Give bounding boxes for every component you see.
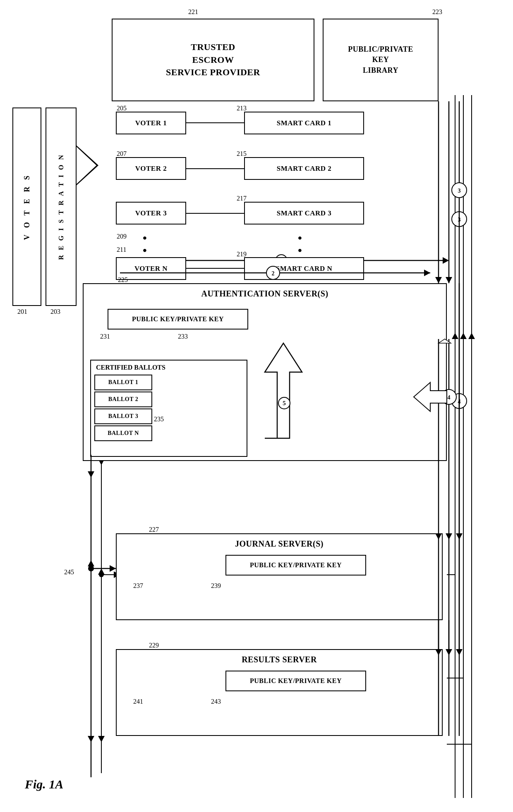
label-227: 227 [149, 526, 159, 533]
svg-marker-45 [446, 277, 452, 283]
label-205: 205 [117, 105, 127, 112]
svg-marker-19 [98, 568, 105, 575]
svg-marker-36 [88, 560, 94, 566]
ballot3-box: BALLOT 3 [94, 408, 152, 424]
registration-box: R E G I S T R A T I O N [46, 107, 77, 306]
label-207: 207 [117, 150, 127, 158]
registration-label: R E G I S T R A T I O N [58, 153, 65, 260]
smart-cardN-box: SMART CARD N [244, 257, 364, 280]
svg-marker-66 [424, 270, 430, 276]
svg-marker-54 [456, 533, 463, 540]
label-241: 241 [133, 698, 143, 705]
auth-pubkey-label: PUBLIC KEY/PRIVATE KEY [132, 315, 224, 323]
certified-ballots-title: CERTIFIED BALLOTS [96, 364, 243, 371]
label-243: 243 [211, 698, 221, 705]
label-239: 239 [211, 582, 221, 590]
voter2-box: VOTER 2 [116, 157, 186, 180]
voterN-label: VOTER N [134, 265, 168, 273]
svg-point-23 [99, 572, 104, 577]
certified-ballots-section: CERTIFIED BALLOTS BALLOT 1 BALLOT 2 BALL… [90, 360, 247, 457]
svg-marker-53 [446, 533, 452, 540]
label-209: 209 [117, 233, 127, 240]
voter1-label: VOTER 1 [135, 119, 167, 127]
smart-card2-label: SMART CARD 2 [277, 165, 332, 173]
label-237: 237 [133, 582, 143, 590]
svg-point-10 [452, 212, 467, 227]
label-233: 233 [178, 333, 188, 340]
svg-marker-44 [435, 277, 442, 283]
label-217: 217 [237, 195, 247, 202]
svg-text:4: 4 [448, 394, 451, 401]
trusted-escrow-label: TRUSTED ESCROW SERVICE PROVIDER [166, 41, 260, 79]
label-229: 229 [149, 642, 159, 649]
label-235: 235 [154, 416, 164, 423]
key-library-label: PUBLIC/PRIVATE KEY LIBRARY [348, 44, 413, 76]
label-213: 213 [237, 105, 247, 112]
svg-marker-7 [452, 333, 458, 339]
ballotN-box: BALLOT N [94, 425, 152, 441]
label-203: 203 [50, 308, 60, 315]
auth-server-title: AUTHENTICATION SERVER(S) [91, 289, 439, 299]
ballot1-box: BALLOT 1 [94, 375, 152, 390]
svg-marker-37 [88, 736, 94, 742]
svg-marker-39 [110, 565, 116, 572]
registration-arrow-inner [77, 147, 96, 184]
label-225: 225 [118, 276, 128, 284]
svg-text:4: 4 [458, 399, 461, 405]
voter3-label: VOTER 3 [135, 209, 167, 217]
label-221: 221 [188, 8, 198, 16]
svg-marker-8 [460, 333, 467, 339]
voter3-box: VOTER 3 [116, 202, 186, 224]
voters-box: V O T E R S [12, 107, 41, 306]
svg-marker-58 [446, 649, 452, 655]
label-231: 231 [100, 333, 110, 340]
voter1-box: VOTER 1 [116, 112, 186, 134]
diagram: 2 3 4 [0, 0, 513, 812]
label-245: 245 [64, 568, 74, 576]
journal-pubkey-label: PUBLIC KEY/PRIVATE KEY [250, 561, 342, 569]
svg-point-12 [452, 394, 467, 408]
auth-pubkey-box: PUBLIC KEY/PRIVATE KEY [108, 309, 248, 330]
svg-marker-9 [468, 333, 475, 339]
svg-marker-35 [88, 471, 94, 478]
label-201: 201 [17, 308, 27, 315]
smart-card1-box: SMART CARD 1 [244, 112, 364, 134]
svg-point-40 [88, 566, 94, 571]
svg-point-60 [452, 183, 467, 198]
label-215: 215 [237, 150, 247, 158]
results-server-title: RESULTS SERVER [124, 655, 434, 664]
voter-dots: • [143, 232, 148, 245]
label-223: 223 [432, 8, 442, 16]
smart-card2-box: SMART CARD 2 [244, 157, 364, 180]
smart-card1-label: SMART CARD 1 [277, 119, 332, 127]
smart-cardN-label: SMART CARD N [276, 265, 332, 273]
results-pubkey-box: PUBLIC KEY/PRIVATE KEY [225, 671, 366, 691]
svg-marker-59 [456, 649, 463, 655]
results-server-box: RESULTS SERVER PUBLIC KEY/PRIVATE KEY [116, 649, 443, 736]
svg-marker-1 [443, 257, 449, 264]
voter2-label: VOTER 2 [135, 165, 167, 173]
figure-label: Fig. 1A [25, 777, 63, 791]
journal-server-title: JOURNAL SERVER(S) [124, 539, 434, 549]
voters-label: V O T E R S [23, 173, 31, 240]
trusted-escrow-box: TRUSTED ESCROW SERVICE PROVIDER [112, 19, 314, 101]
circle-5: 5 [278, 397, 290, 409]
smart-dots: • [298, 232, 302, 245]
smart-card3-label: SMART CARD 3 [277, 209, 332, 217]
label-211: 211 [117, 246, 126, 253]
svg-text:3: 3 [458, 217, 461, 223]
smart-card3-box: SMART CARD 3 [244, 202, 364, 224]
journal-server-box: JOURNAL SERVER(S) PUBLIC KEY/PRIVATE KEY [116, 533, 443, 620]
ballot2-box: BALLOT 2 [94, 392, 152, 407]
journal-pubkey-box: PUBLIC KEY/PRIVATE KEY [225, 555, 366, 576]
smart-dots2: • [298, 244, 302, 257]
svg-marker-20 [98, 736, 105, 742]
key-library-box: PUBLIC/PRIVATE KEY LIBRARY [323, 19, 439, 101]
svg-text:3: 3 [458, 188, 461, 194]
results-pubkey-label: PUBLIC KEY/PRIVATE KEY [250, 677, 342, 685]
voter-dots2: • [143, 244, 147, 257]
